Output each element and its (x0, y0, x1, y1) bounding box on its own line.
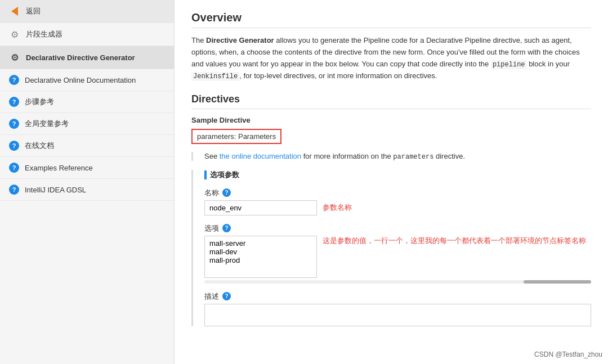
question-icon-examples: ? (9, 163, 19, 173)
jenkinsfile-code: Jenkinsfile (191, 72, 239, 81)
parameters-code: parameters (393, 153, 433, 161)
choice-params-section: 选项参数 名称 ? 参数名称 选项 ? mall-server mall-dev… (191, 170, 591, 326)
name-input-wrapper: 参数名称 (204, 200, 591, 215)
sidebar-item-doc-label: 在线文档 (25, 141, 54, 151)
question-icon-step: ? (9, 97, 19, 107)
sidebar-item-global-var[interactable]: ? 全局变量参考 (0, 113, 174, 135)
options-field-group: 选项 ? mall-server mall-dev mall-prod 这是参数… (204, 223, 591, 284)
sidebar-item-directive-label: Declarative Directive Generator (26, 53, 135, 62)
directive-value-box[interactable]: parameters: Parameters (191, 129, 281, 144)
name-input-box[interactable] (204, 200, 317, 215)
online-doc-link[interactable]: the online documentation (220, 152, 301, 160)
desc-field-group: 描述 ? (204, 291, 591, 326)
sidebar-item-doc[interactable]: ? 在线文档 (0, 135, 174, 157)
name-annotation: 参数名称 (323, 203, 352, 213)
question-icon-online-doc: ? (9, 75, 19, 85)
sidebar: 返回 ⚙ 片段生成器 ⚙ Declarative Directive Gener… (0, 0, 175, 364)
overview-bold: Directive Generator (206, 36, 274, 44)
pipeline-code: pipeline (491, 60, 527, 69)
directives-title: Directives (191, 93, 591, 109)
question-icon-doc: ? (9, 141, 19, 151)
scrollbar-thumb (524, 280, 591, 284)
main-content: Overview The Directive Generator allows … (175, 0, 608, 364)
sidebar-item-snippet-gen[interactable]: ⚙ 片段生成器 (0, 23, 174, 46)
overview-text: The Directive Generator allows you to ge… (191, 35, 591, 82)
overview-title: Overview (191, 11, 591, 28)
sidebar-item-snippet-label: 片段生成器 (26, 29, 62, 39)
desc-input-box[interactable] (204, 304, 591, 326)
sidebar-item-online-doc[interactable]: ? Declarative Online Documentation (0, 69, 174, 91)
question-icon-options: ? (222, 224, 231, 232)
gear-icon-snippet: ⚙ (9, 29, 20, 40)
name-input[interactable] (209, 204, 312, 212)
sample-directive-label: Sample Directive (191, 116, 591, 124)
sidebar-item-intellij[interactable]: ? IntelliJ IDEA GDSL (0, 179, 174, 201)
question-icon-desc: ? (222, 292, 231, 300)
name-field-group: 名称 ? 参数名称 (204, 188, 591, 215)
sidebar-item-declarative-directive-gen[interactable]: ⚙ Declarative Directive Generator (0, 46, 174, 69)
options-field-label: 选项 ? (204, 223, 591, 233)
sidebar-item-intellij-label: IntelliJ IDEA GDSL (25, 186, 86, 194)
sidebar-item-step-ref[interactable]: ? 步骤参考 (0, 91, 174, 113)
name-field-label: 名称 ? (204, 188, 591, 198)
desc-field-label: 描述 ? (204, 291, 591, 302)
gear-icon-directive: ⚙ (9, 52, 20, 63)
sidebar-item-back[interactable]: 返回 (0, 0, 174, 23)
question-icon-intellij: ? (9, 185, 19, 195)
options-textarea[interactable]: mall-server mall-dev mall-prod (204, 236, 317, 278)
sidebar-item-back-label: 返回 (26, 6, 41, 16)
choice-params-title: 选项参数 (210, 170, 239, 180)
directive-value-text: parameters: Parameters (197, 132, 276, 141)
sidebar-item-examples[interactable]: ? Examples Reference (0, 157, 174, 179)
question-icon-name: ? (222, 188, 231, 197)
sidebar-item-examples-label: Examples Reference (25, 164, 93, 172)
options-textarea-wrapper: mall-server mall-dev mall-prod 这是参数的值，一行… (204, 236, 591, 278)
choice-params-header: 选项参数 (204, 170, 591, 180)
options-annotation: 这是参数的值，一行一个，这里我的每一个都代表着一个部署环境的节点标签名称 (323, 236, 586, 246)
sidebar-item-global-label: 全局变量参考 (25, 119, 69, 129)
blue-bar-icon (204, 170, 207, 179)
sidebar-item-step-label: 步骤参考 (25, 97, 54, 107)
back-icon (9, 6, 20, 17)
question-icon-global: ? (9, 119, 19, 129)
scrollbar-indicator (204, 280, 591, 284)
watermark: CSDN @Testfan_zhou (534, 350, 602, 358)
sidebar-item-online-doc-label: Declarative Online Documentation (25, 76, 136, 84)
doc-line: See the online documentation for more in… (191, 152, 591, 161)
